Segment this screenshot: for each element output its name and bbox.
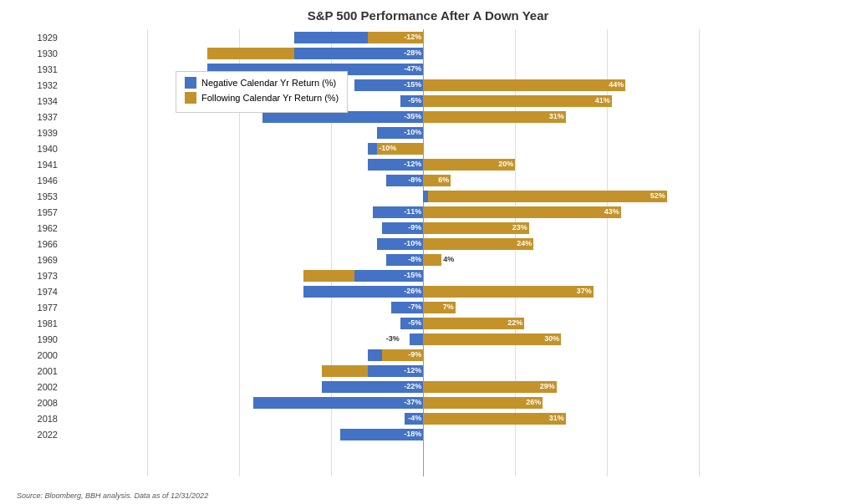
legend-item-negative: Negative Calendar Yr Return (%) [185, 77, 339, 89]
bar-row: -47%-28% [63, 45, 839, 61]
bar-label: 52% [650, 191, 665, 200]
source-text: Source: Bloomberg, BBH analysis. Data as… [17, 491, 208, 500]
bar: -9% [382, 349, 424, 361]
y-axis-label: 1981 [17, 315, 63, 331]
bar-label: -10% [404, 128, 421, 136]
bar-label: 37% [577, 287, 592, 295]
bar: -22% [322, 381, 423, 393]
bar-row: -18% [63, 426, 839, 442]
bar-label: 6% [438, 176, 449, 184]
bar-label: -12% [404, 366, 421, 374]
bar: 22% [423, 318, 524, 329]
bar-label: -8% [408, 255, 421, 263]
y-axis: 1929193019311932193419371939194019411946… [17, 29, 63, 476]
bar-row: 1%52% [63, 188, 839, 204]
bar-label: -3% [386, 334, 408, 343]
bar: -5% [400, 95, 424, 107]
bar-row: -28%-12% [63, 29, 839, 45]
bar: -10% [377, 127, 423, 139]
bar-label: -35% [404, 112, 421, 120]
bar: -15% [354, 79, 424, 91]
bar-row: -3%30% [63, 331, 839, 347]
legend-box-following [185, 92, 196, 104]
bar: 4% [423, 254, 441, 266]
bar-row: -37%26% [63, 395, 839, 410]
y-axis-label: 1946 [17, 172, 63, 188]
bar-label: 22% [507, 318, 522, 327]
bar: 29% [423, 381, 557, 393]
bar: -26% [303, 286, 423, 298]
bar: -10% [377, 143, 423, 155]
bar-row: -12%-9% [63, 347, 839, 363]
bar-label: -15% [404, 271, 421, 279]
bar: -4% [405, 413, 423, 425]
bar: -12% [368, 32, 423, 43]
bar: 43% [423, 206, 621, 218]
bar-row: -26%-15% [63, 267, 839, 283]
bar-label: -18% [404, 430, 421, 438]
bar-row: -10% [63, 125, 839, 140]
bar-label: -47% [404, 64, 421, 73]
bar-label: 26% [526, 398, 541, 406]
bar: -12% [368, 365, 423, 377]
y-axis-label: 1941 [17, 156, 63, 172]
bar-label: -37% [404, 398, 421, 406]
y-axis-label: 1977 [17, 299, 63, 315]
bar-row: -5%22% [63, 315, 839, 331]
chart-container: S&P 500 Performance After A Down Year 19… [0, 0, 856, 504]
bar-label: -9% [408, 350, 421, 359]
bar: 31% [423, 413, 566, 425]
bar-label: -8% [408, 176, 421, 184]
bar-label: 4% [443, 255, 454, 263]
bar: -18% [340, 429, 423, 440]
bar-row: -22%-12% [63, 363, 839, 379]
bar: 37% [423, 286, 594, 298]
bar-label: 20% [498, 160, 513, 168]
bar-row: -11%43% [63, 204, 839, 220]
y-axis-label: 1969 [17, 252, 63, 267]
bar-label: -15% [404, 80, 421, 89]
y-axis-label: 1929 [17, 29, 63, 45]
bar-label: -5% [408, 96, 421, 104]
bar: 44% [423, 79, 625, 91]
bar-label: 43% [604, 207, 619, 216]
legend-label-following: Following Calendar Yr Return (%) [201, 93, 339, 103]
bar-label: -12% [404, 160, 421, 168]
bar-label: 24% [517, 239, 532, 247]
y-axis-label: 1934 [17, 93, 63, 109]
y-axis-label: 1939 [17, 125, 63, 140]
bar-row: -8%6% [63, 172, 839, 188]
y-axis-label: 1932 [17, 77, 63, 93]
bar-label: 29% [540, 382, 555, 390]
bar: 23% [423, 222, 529, 234]
bar: 26% [423, 397, 543, 409]
chart-area: 1929193019311932193419371939194019411946… [17, 29, 839, 476]
bar-label: -10% [404, 239, 421, 247]
bar: -7% [391, 302, 424, 313]
y-axis-label: 1973 [17, 267, 63, 283]
y-axis-label: 1931 [17, 61, 63, 77]
bar-row: -4%31% [63, 410, 839, 426]
bar-label: 44% [609, 80, 624, 89]
bar: -5% [400, 318, 424, 329]
y-axis-label: 1990 [17, 331, 63, 347]
bar-label: -10% [379, 144, 396, 152]
bar-label: -12% [404, 33, 421, 41]
bar-label: -9% [408, 223, 421, 232]
bar-label: -26% [404, 287, 421, 295]
bar-row: -8%4% [63, 252, 839, 267]
bar: -37% [253, 397, 424, 409]
bar-label: 30% [544, 334, 559, 343]
legend-item-following: Following Calendar Yr Return (%) [185, 92, 339, 104]
bar-row: -26%37% [63, 283, 839, 299]
bar-label: 7% [443, 303, 454, 311]
legend-box-negative [185, 77, 196, 89]
y-axis-label: 1966 [17, 236, 63, 252]
bar-row: -9%23% [63, 220, 839, 236]
chart-title: S&P 500 Performance After A Down Year [17, 8, 839, 23]
bar-label: 31% [549, 112, 564, 120]
bar-row: -7%7% [63, 299, 839, 315]
bar: 20% [423, 159, 515, 171]
bar-label: -4% [408, 414, 421, 422]
bar: -12% [368, 159, 423, 171]
